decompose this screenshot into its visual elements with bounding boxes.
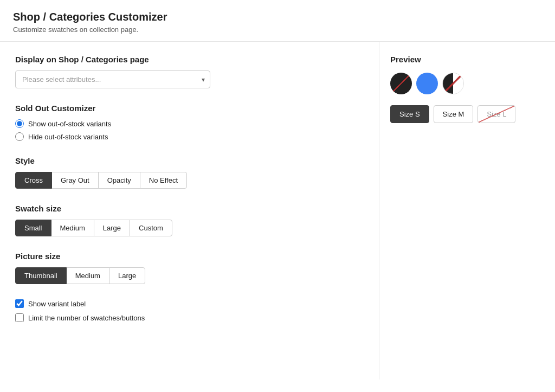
picture-size-medium-button[interactable]: Medium xyxy=(66,267,109,284)
picture-size-thumbnail-button[interactable]: Thumbnail xyxy=(15,267,67,284)
swatch-black[interactable] xyxy=(390,73,412,94)
swatch-size-medium-button[interactable]: Medium xyxy=(51,220,94,236)
picture-size-title: Picture size xyxy=(15,252,364,261)
radio-hide-input[interactable] xyxy=(15,132,24,141)
preview-sizes: Size S Size M Size L xyxy=(390,105,544,123)
checkboxes-section: Show variant label Limit the number of s… xyxy=(15,299,364,322)
swatch-split-cross xyxy=(443,73,463,94)
style-noeffect-button[interactable]: No Effect xyxy=(140,172,187,189)
preview-size-l-button[interactable]: Size L xyxy=(477,105,515,123)
radio-show-out-of-stock[interactable]: Show out-of-stock variants xyxy=(15,119,364,128)
display-section-title: Display on Shop / Categories page xyxy=(15,55,364,64)
preview-title: Preview xyxy=(390,55,544,64)
radio-show-label: Show out-of-stock variants xyxy=(28,120,111,128)
swatch-size-custom-button[interactable]: Custom xyxy=(130,220,172,236)
style-opacity-button[interactable]: Opacity xyxy=(98,172,140,189)
preview-size-m-button[interactable]: Size M xyxy=(434,105,474,123)
radio-hide-label: Hide out-of-stock variants xyxy=(28,133,108,141)
picture-size-section: Picture size Thumbnail Medium Large xyxy=(15,252,364,284)
page-wrapper: Shop / Categories Customizer Customize s… xyxy=(0,0,555,392)
show-variant-text: Show variant label xyxy=(28,300,86,308)
radio-show-input[interactable] xyxy=(15,119,24,128)
preview-size-s-button[interactable]: Size S xyxy=(390,105,429,123)
limit-swatches-text: Limit the number of swatches/buttons xyxy=(28,314,145,322)
sold-out-radio-group: Show out-of-stock variants Hide out-of-s… xyxy=(15,119,364,141)
page-header: Shop / Categories Customizer Customize s… xyxy=(0,0,555,42)
attributes-select[interactable]: Please select attributes... xyxy=(15,70,210,88)
swatch-size-section: Swatch size Small Medium Large Custom xyxy=(15,204,364,236)
swatch-size-btn-group: Small Medium Large Custom xyxy=(15,220,364,236)
limit-swatches-input[interactable] xyxy=(15,313,24,322)
swatch-size-small-button[interactable]: Small xyxy=(15,220,51,236)
sold-out-title: Sold Out Customizer xyxy=(15,104,364,113)
swatch-split[interactable] xyxy=(442,73,464,94)
attributes-select-wrapper: Please select attributes... ▾ xyxy=(15,70,210,88)
style-section: Style Cross Gray Out Opacity No Effect xyxy=(15,156,364,189)
style-cross-button[interactable]: Cross xyxy=(15,172,52,189)
sold-out-section: Sold Out Customizer Show out-of-stock va… xyxy=(15,104,364,141)
swatch-size-large-button[interactable]: Large xyxy=(94,220,130,236)
swatch-blue[interactable] xyxy=(416,73,438,94)
style-btn-group: Cross Gray Out Opacity No Effect xyxy=(15,172,364,189)
swatch-size-title: Swatch size xyxy=(15,204,364,213)
limit-swatches-checkbox[interactable]: Limit the number of swatches/buttons xyxy=(15,313,364,322)
show-variant-input[interactable] xyxy=(15,299,24,308)
page-subtitle: Customize swatches on collection page. xyxy=(13,25,542,34)
show-variant-label-checkbox[interactable]: Show variant label xyxy=(15,299,364,308)
page-title: Shop / Categories Customizer xyxy=(13,11,542,23)
style-grayout-button[interactable]: Gray Out xyxy=(51,172,99,189)
content-area: Display on Shop / Categories page Please… xyxy=(0,42,555,380)
picture-size-btn-group: Thumbnail Medium Large xyxy=(15,267,364,284)
display-section: Display on Shop / Categories page Please… xyxy=(15,55,364,88)
style-title: Style xyxy=(15,156,364,165)
radio-hide-out-of-stock[interactable]: Hide out-of-stock variants xyxy=(15,132,364,141)
right-panel: Preview Size S Size M Size L xyxy=(379,42,555,380)
preview-swatches xyxy=(390,73,544,94)
left-panel: Display on Shop / Categories page Please… xyxy=(0,42,379,380)
picture-size-large-button[interactable]: Large xyxy=(109,267,145,284)
